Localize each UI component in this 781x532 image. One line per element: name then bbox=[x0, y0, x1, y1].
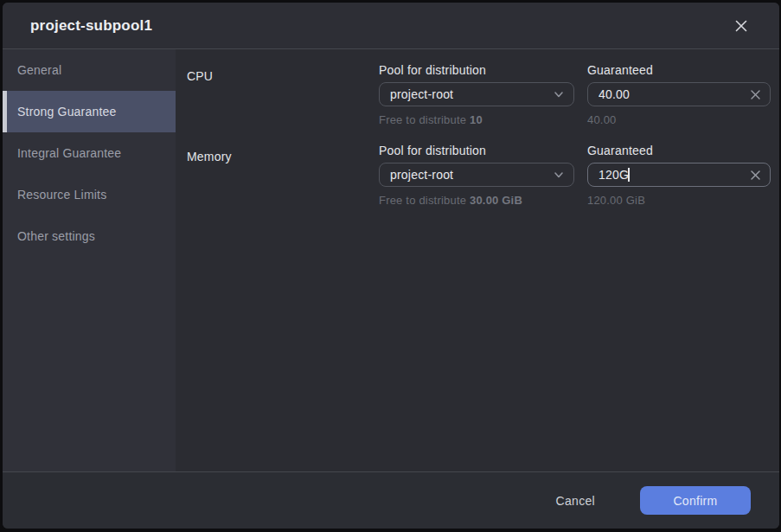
memory-guaranteed-field: Guaranteed 120.00 GiB bbox=[587, 144, 771, 207]
subpool-settings-dialog: project-subpool1 General Strong Guarante… bbox=[3, 3, 779, 529]
sidebar-item-label: Other settings bbox=[17, 229, 95, 243]
chevron-down-icon bbox=[553, 88, 565, 100]
sidebar-item-general[interactable]: General bbox=[3, 49, 176, 91]
cpu-free-to-distribute-hint: Free to distribute 10 bbox=[379, 113, 574, 126]
cpu-section-label: CPU bbox=[187, 64, 366, 126]
memory-guaranteed-hint: 120.00 GiB bbox=[587, 194, 771, 207]
cpu-pool-field: Pool for distribution project-root Free … bbox=[379, 64, 574, 126]
sidebar-item-resource-limits[interactable]: Resource Limits bbox=[3, 174, 176, 215]
dialog-body: General Strong Guarantee Integral Guaran… bbox=[3, 49, 779, 471]
dialog-title: project-subpool1 bbox=[30, 17, 729, 35]
cpu-pool-select[interactable]: project-root bbox=[379, 82, 574, 106]
close-button[interactable] bbox=[729, 14, 753, 38]
guaranteed-label: Guaranteed bbox=[587, 64, 771, 76]
cancel-button[interactable]: Cancel bbox=[539, 487, 612, 515]
memory-section-label: Memory bbox=[187, 144, 366, 207]
sidebar-item-strong-guarantee[interactable]: Strong Guarantee bbox=[3, 91, 176, 132]
sidebar-item-label: General bbox=[17, 63, 61, 77]
cpu-guaranteed-field: Guaranteed 40.00 bbox=[587, 64, 771, 126]
pool-for-distribution-label: Pool for distribution bbox=[379, 144, 574, 157]
memory-pool-field: Pool for distribution project-root Free … bbox=[379, 144, 574, 207]
clear-input-icon[interactable] bbox=[750, 170, 761, 181]
clear-input-icon[interactable] bbox=[750, 89, 761, 100]
chevron-down-icon bbox=[553, 169, 565, 181]
memory-pool-select[interactable]: project-root bbox=[379, 163, 574, 187]
sidebar-item-integral-guarantee[interactable]: Integral Guarantee bbox=[3, 132, 176, 174]
sidebar-item-label: Integral Guarantee bbox=[17, 146, 121, 160]
cpu-row: CPU Pool for distribution project-root F… bbox=[187, 64, 779, 126]
cpu-guaranteed-input-wrap bbox=[587, 82, 771, 106]
cpu-pool-selected-value: project-root bbox=[390, 87, 547, 101]
cpu-guaranteed-input[interactable] bbox=[599, 87, 745, 101]
confirm-button[interactable]: Confirm bbox=[640, 486, 751, 515]
strong-guarantee-panel: CPU Pool for distribution project-root F… bbox=[176, 49, 779, 471]
close-icon bbox=[734, 19, 748, 33]
sidebar-item-label: Strong Guarantee bbox=[17, 105, 117, 119]
sidebar-item-label: Resource Limits bbox=[17, 188, 106, 202]
text-cursor bbox=[628, 168, 630, 182]
memory-free-to-distribute-hint: Free to distribute 30.00 GiB bbox=[379, 194, 574, 207]
sidebar-item-other-settings[interactable]: Other settings bbox=[3, 215, 176, 257]
memory-pool-selected-value: project-root bbox=[390, 168, 547, 182]
memory-row: Memory Pool for distribution project-roo… bbox=[187, 144, 779, 207]
cpu-guaranteed-hint: 40.00 bbox=[587, 113, 771, 126]
settings-sidebar: General Strong Guarantee Integral Guaran… bbox=[3, 49, 176, 471]
pool-for-distribution-label: Pool for distribution bbox=[379, 64, 574, 76]
dialog-header: project-subpool1 bbox=[3, 3, 779, 49]
guaranteed-label: Guaranteed bbox=[587, 144, 771, 157]
dialog-footer: Cancel Confirm bbox=[3, 471, 779, 529]
memory-guaranteed-input[interactable] bbox=[599, 168, 745, 182]
memory-guaranteed-input-wrap bbox=[587, 163, 771, 187]
